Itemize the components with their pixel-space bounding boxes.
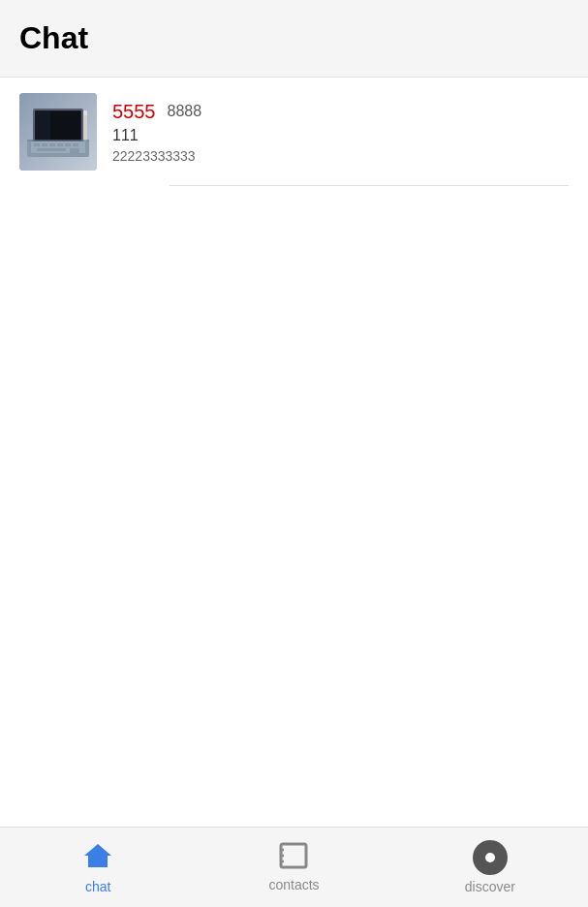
chat-preview-line2: 22223333333 <box>112 148 569 164</box>
svg-rect-12 <box>49 143 55 146</box>
chat-info: 5555 8888 111 22223333333 <box>112 101 569 164</box>
svg-rect-14 <box>65 143 71 146</box>
chat-info-top: 5555 8888 <box>112 101 569 123</box>
svg-rect-11 <box>42 143 47 146</box>
discover-icon <box>473 840 508 875</box>
svg-rect-15 <box>73 143 78 146</box>
chat-time: 8888 <box>168 103 202 120</box>
svg-rect-21 <box>281 844 306 867</box>
contacts-icon <box>279 842 308 873</box>
nav-label-chat: chat <box>85 879 110 894</box>
svg-rect-8 <box>83 110 87 115</box>
chat-list: 5555 8888 111 22223333333 <box>0 78 588 827</box>
avatar-image <box>19 93 97 171</box>
page-title: Chat <box>19 20 88 56</box>
svg-rect-6 <box>36 111 50 140</box>
svg-rect-13 <box>57 143 63 146</box>
nav-item-chat[interactable]: chat <box>0 840 196 894</box>
svg-rect-16 <box>37 148 66 151</box>
nav-label-contacts: contacts <box>268 877 319 892</box>
house-icon <box>82 840 113 875</box>
svg-rect-17 <box>70 148 79 153</box>
avatar <box>19 93 97 171</box>
nav-item-contacts[interactable]: contacts <box>196 842 391 892</box>
bottom-navigation: chat contacts discover <box>0 827 588 907</box>
chat-list-item[interactable]: 5555 8888 111 22223333333 <box>0 78 588 186</box>
header: Chat <box>0 0 588 78</box>
svg-rect-20 <box>96 860 100 867</box>
svg-rect-10 <box>34 143 40 146</box>
chat-name: 5555 <box>112 101 156 123</box>
nav-item-discover[interactable]: discover <box>392 840 588 894</box>
nav-label-discover: discover <box>465 879 515 894</box>
chat-preview-line1: 111 <box>112 127 569 144</box>
